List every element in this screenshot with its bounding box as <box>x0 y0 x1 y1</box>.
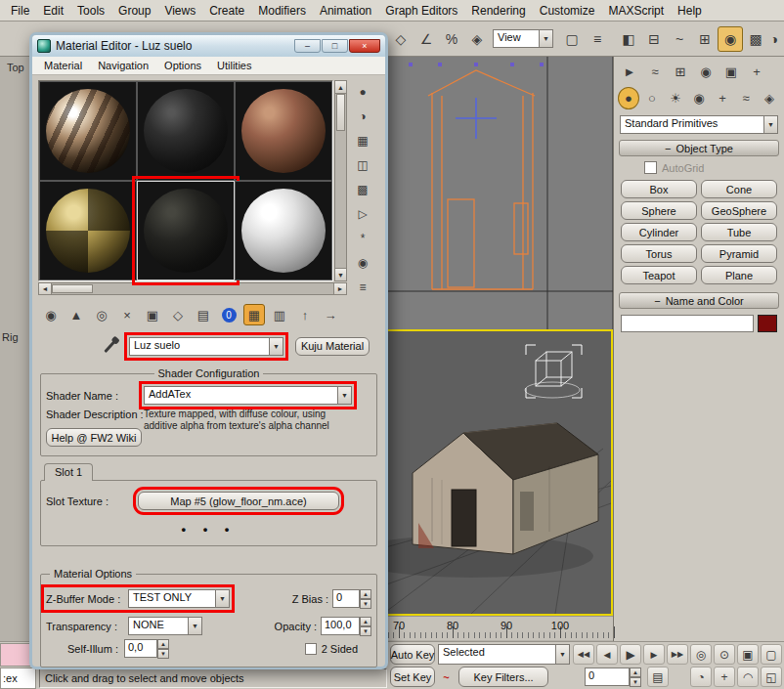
menu-rendering[interactable]: Rendering <box>464 1 532 21</box>
geometry-category-icon[interactable]: ● <box>618 87 639 109</box>
material-options-icon[interactable]: * <box>353 229 372 248</box>
mirror-icon[interactable]: ◧ <box>616 26 641 52</box>
go-to-end-icon[interactable]: ▶▶ <box>667 644 688 665</box>
sphere-button[interactable]: Sphere <box>621 201 697 220</box>
spin-up-icon[interactable]: ▲ <box>360 617 371 626</box>
object-name-input[interactable] <box>621 315 754 332</box>
transparency-dropdown[interactable]: NONE ▼ <box>128 617 202 635</box>
slot-1-tab[interactable]: Slot 1 <box>44 463 93 481</box>
zoom-icon[interactable]: ◎ <box>690 644 712 665</box>
hierarchy-tab[interactable]: ⊞ <box>669 61 692 83</box>
utilities-tab[interactable]: + <box>745 61 768 83</box>
cameras-category-icon[interactable]: ◉ <box>688 87 710 109</box>
slots-vertical-scrollbar[interactable]: ▲ ▼ <box>334 80 347 281</box>
menu-views[interactable]: Views <box>157 1 202 21</box>
play-animation-icon[interactable]: ▶ <box>620 644 641 665</box>
angle-snap-icon[interactable]: ∠ <box>414 26 439 52</box>
slots-horizontal-scrollbar[interactable]: ◄ ► <box>38 282 347 295</box>
sample-slot[interactable] <box>235 81 332 181</box>
maximize-button[interactable]: □ <box>322 39 348 53</box>
named-selection-sets-icon[interactable]: ▢ <box>559 26 585 52</box>
object-color-swatch[interactable] <box>758 315 777 332</box>
set-key-button[interactable]: Set Key <box>390 667 435 687</box>
torus-button[interactable]: Torus <box>621 244 697 263</box>
chevron-down-icon[interactable]: ▼ <box>539 29 553 48</box>
menu-options[interactable]: Options <box>156 58 209 73</box>
cylinder-button[interactable]: Cylinder <box>621 223 697 241</box>
layer-manager-icon[interactable]: ≡ <box>585 26 610 52</box>
material-name-dropdown[interactable]: Luz suelo ▼ <box>129 337 283 356</box>
spin-up-icon[interactable]: ▲ <box>360 589 371 599</box>
viewport-label-top[interactable]: Top <box>7 62 24 73</box>
quick-render-icon[interactable]: ◑ <box>762 26 784 52</box>
sample-slot[interactable] <box>39 81 137 181</box>
minimize-button[interactable]: – <box>294 39 321 53</box>
scrollbar-thumb[interactable] <box>52 284 93 293</box>
primitive-category-dropdown[interactable]: Standard Primitives ▼ <box>620 115 778 134</box>
chevron-down-icon[interactable]: ▼ <box>188 617 202 635</box>
chevron-down-icon[interactable]: ▼ <box>215 589 230 608</box>
material-map-navigator-icon[interactable]: ≡ <box>353 278 372 297</box>
backlight-icon[interactable]: ◑ <box>353 107 372 126</box>
menu-group[interactable]: Group <box>111 1 157 21</box>
min-max-toggle-icon[interactable]: ◱ <box>761 667 782 687</box>
sample-uv-tiling-icon[interactable]: ◫ <box>353 155 372 175</box>
align-icon[interactable]: ⊟ <box>641 26 667 52</box>
spacewarps-category-icon[interactable]: ≈ <box>735 87 757 109</box>
scroll-up-icon[interactable]: ▲ <box>335 81 346 94</box>
geosphere-button[interactable]: GeoSphere <box>701 201 777 220</box>
spin-down-icon[interactable]: ▼ <box>157 649 169 659</box>
modify-tab[interactable]: ≈ <box>643 61 667 83</box>
menu-graph-editors[interactable]: Graph Editors <box>378 1 464 21</box>
material-editor-titlebar[interactable]: Material Editor - Luz suelo – □ × <box>32 35 385 57</box>
current-frame-spinner[interactable]: 0 ▲▼ <box>585 667 641 686</box>
shader-name-dropdown[interactable]: AddATex ▼ <box>144 386 352 405</box>
go-to-parent-icon[interactable]: ↑ <box>294 304 316 325</box>
auto-key-button[interactable]: Auto Key <box>390 644 435 665</box>
curve-editor-icon[interactable]: ~ <box>667 26 692 52</box>
helpers-category-icon[interactable]: + <box>712 87 733 109</box>
sample-type-icon[interactable]: ● <box>353 82 372 102</box>
menu-create[interactable]: Create <box>202 1 251 21</box>
spin-down-icon[interactable]: ▼ <box>630 677 641 687</box>
lights-category-icon[interactable]: ☀ <box>665 87 686 109</box>
menu-help[interactable]: Help <box>671 1 709 21</box>
material-type-button[interactable]: Kuju Material <box>295 337 370 356</box>
slot-texture-button[interactable]: Map #5 (glow_floor_nm.ace) <box>138 492 339 510</box>
plane-button[interactable]: Plane <box>701 266 777 284</box>
display-tab[interactable]: ▣ <box>719 61 743 83</box>
make-unique-icon[interactable]: ◇ <box>167 304 189 325</box>
spinner-snap-icon[interactable]: ◈ <box>464 26 490 52</box>
arc-rotate-icon[interactable]: ◠ <box>737 667 759 687</box>
shapes-category-icon[interactable]: ○ <box>641 87 663 109</box>
keyboard-shortcut-override-icon[interactable]: ▤ <box>647 667 669 687</box>
show-end-result-icon[interactable]: ▥ <box>269 304 290 325</box>
get-material-icon[interactable]: ◉ <box>40 304 62 325</box>
scrollbar-thumb[interactable] <box>336 94 345 131</box>
next-frame-icon[interactable]: ▶ <box>643 644 665 665</box>
motion-tab[interactable]: ◉ <box>694 61 718 83</box>
menu-tools[interactable]: Tools <box>70 1 111 21</box>
make-preview-icon[interactable]: ▷ <box>353 204 372 224</box>
field-of-view-icon[interactable]: ◔ <box>690 667 712 687</box>
snap-toggle-3d-icon[interactable]: ◇ <box>388 26 414 52</box>
spin-down-icon[interactable]: ▼ <box>360 626 371 636</box>
sample-slot[interactable] <box>235 181 332 280</box>
chevron-down-icon[interactable]: ▼ <box>763 115 778 134</box>
pick-material-icon[interactable] <box>104 339 115 352</box>
box-button[interactable]: Box <box>621 180 697 198</box>
scroll-right-icon[interactable]: ► <box>333 283 346 294</box>
zoom-all-icon[interactable]: ⊙ <box>714 644 735 665</box>
help-fw2-wiki-button[interactable]: Help @ FW2 Wiki <box>46 428 142 447</box>
teapot-button[interactable]: Teapot <box>621 266 697 284</box>
sample-slot-selected[interactable] <box>137 181 235 280</box>
assign-material-to-selection-icon[interactable]: ◎ <box>91 304 112 325</box>
sample-slot[interactable] <box>39 181 137 280</box>
menu-utilities[interactable]: Utilities <box>209 58 259 73</box>
menu-modifiers[interactable]: Modifiers <box>251 1 313 21</box>
object-type-rollout[interactable]: − Object Type <box>619 140 779 156</box>
zbuffer-mode-dropdown[interactable]: TEST ONLY ▼ <box>128 589 230 608</box>
selection-set-dropdown[interactable]: Selected ▼ <box>438 644 570 665</box>
zbias-spinner[interactable]: 0 ▲▼ <box>332 589 371 608</box>
opacity-spinner[interactable]: 100,0 ▲▼ <box>321 617 371 635</box>
